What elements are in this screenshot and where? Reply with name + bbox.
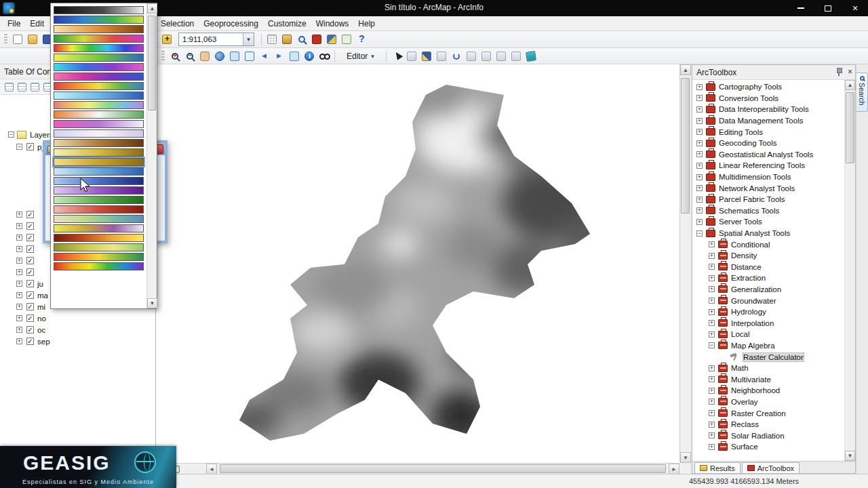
expander-icon[interactable] <box>709 309 715 315</box>
layer-checkbox[interactable] <box>26 303 34 310</box>
color-ramp-option[interactable] <box>54 262 144 270</box>
expander-icon[interactable] <box>16 211 22 218</box>
color-ramp-option[interactable] <box>54 139 144 147</box>
toolbox-icon[interactable]: Server Tools <box>692 216 844 228</box>
expander-icon[interactable] <box>696 140 703 146</box>
layer-checkbox[interactable] <box>26 245 34 253</box>
scale-dropdown-arrow-icon[interactable]: ▾ <box>243 33 254 45</box>
scroll-up-icon[interactable]: ▲ <box>147 3 157 14</box>
sketch-properties-icon[interactable] <box>479 49 494 64</box>
vertical-scroll-thumb[interactable] <box>148 16 156 110</box>
identify-icon[interactable] <box>302 49 317 64</box>
toolset-icon[interactable]: Multivariate <box>692 373 844 385</box>
layer-checkbox[interactable] <box>26 280 34 287</box>
find-icon[interactable] <box>317 49 332 64</box>
expander-icon[interactable] <box>16 315 22 321</box>
create-features-icon[interactable] <box>509 49 524 64</box>
table-options-icon[interactable] <box>264 32 279 47</box>
toolset-icon[interactable]: Math <box>692 363 844 374</box>
whats-this-icon[interactable] <box>354 32 369 47</box>
layer-checkbox[interactable] <box>26 211 34 218</box>
new-icon[interactable] <box>10 32 25 47</box>
layer-checkbox[interactable] <box>26 143 34 150</box>
python-window-icon[interactable] <box>324 32 339 47</box>
color-ramp-option[interactable] <box>54 234 144 242</box>
edit-vertices-icon[interactable] <box>404 49 419 64</box>
zoom-out-icon[interactable] <box>182 49 197 64</box>
layer-checkbox[interactable] <box>26 326 34 333</box>
toc-layer-item[interactable]: sep <box>16 336 155 347</box>
catalog-icon[interactable] <box>279 32 294 47</box>
toolset-icon[interactable]: Solar Radiation <box>692 430 844 441</box>
expander-icon[interactable] <box>709 399 715 405</box>
minimize-button[interactable] <box>792 2 810 14</box>
expander-icon[interactable] <box>696 106 703 113</box>
toolset-icon[interactable]: Generalization <box>692 284 844 296</box>
sketch-icon[interactable] <box>419 49 434 64</box>
forward-extent-icon[interactable] <box>272 49 287 64</box>
layer-checkbox[interactable] <box>26 268 34 276</box>
toolbox-icon[interactable]: ArcToolbox <box>742 462 800 473</box>
toolbox-icon[interactable]: Conversion Tools <box>692 93 844 104</box>
scroll-up-icon[interactable]: ▲ <box>680 64 691 75</box>
toolset-icon[interactable]: Map Algebra <box>692 340 844 352</box>
layer-checkbox[interactable] <box>26 314 34 322</box>
toolbox-icon[interactable]: Linear Referencing Tools <box>692 160 844 171</box>
add-data-icon[interactable] <box>159 32 174 47</box>
color-ramp-option[interactable] <box>54 110 144 119</box>
toolbox-icon[interactable]: Spatial Analyst Tools <box>692 228 844 239</box>
color-ramp-option[interactable] <box>54 44 144 52</box>
toolbox-icon[interactable]: Data Interoperability Tools <box>692 104 844 115</box>
list-visibility-icon[interactable] <box>28 81 41 94</box>
toolset-icon[interactable]: Local <box>692 329 844 340</box>
expander-icon[interactable] <box>709 388 715 394</box>
expander-icon[interactable] <box>696 95 703 101</box>
toolset-icon[interactable]: Groundwater <box>692 295 844 306</box>
expander-icon[interactable] <box>16 327 22 333</box>
back-extent-icon[interactable] <box>257 49 272 64</box>
scroll-left-icon[interactable]: ◄ <box>206 464 217 474</box>
toolset-icon[interactable]: Distance <box>692 262 844 273</box>
toolbox-icon[interactable]: Parcel Fabric Tools <box>692 194 844 205</box>
menu-item[interactable]: Geoprocessing <box>199 17 263 30</box>
toolset-icon[interactable]: Interpolation <box>692 317 844 329</box>
scroll-down-icon[interactable]: ▼ <box>680 452 691 463</box>
pin-icon[interactable] <box>835 67 842 77</box>
expander-icon[interactable] <box>696 84 703 90</box>
toolset-icon[interactable]: Neighborhood <box>692 385 844 396</box>
color-ramp-option[interactable] <box>54 82 144 90</box>
results-icon[interactable]: Results <box>694 462 741 473</box>
toolbar-grip[interactable] <box>4 34 7 45</box>
color-ramp-option[interactable] <box>54 215 144 223</box>
color-ramp-option[interactable] <box>54 148 144 157</box>
layer-checkbox[interactable] <box>26 291 34 299</box>
search-window-icon[interactable] <box>294 32 309 47</box>
search-dock-tab[interactable]: Search <box>856 73 868 112</box>
expander-icon[interactable] <box>709 253 715 259</box>
menu-item[interactable]: Windows <box>311 17 354 30</box>
scroll-down-icon[interactable]: ▼ <box>845 451 855 461</box>
toolbox-icon[interactable]: Editing Tools <box>692 126 844 138</box>
rotate-icon[interactable] <box>449 49 464 64</box>
color-ramp-option[interactable] <box>54 54 144 62</box>
expander-icon[interactable] <box>16 292 22 298</box>
toolset-icon[interactable]: Extraction <box>692 272 844 284</box>
expander-icon[interactable] <box>709 241 715 247</box>
dropdown-scrollbar[interactable]: ▲ ▼ <box>146 3 157 308</box>
expander-icon[interactable] <box>696 174 703 180</box>
expander-icon[interactable] <box>709 365 715 371</box>
expander-icon[interactable] <box>696 219 703 225</box>
color-ramp-option[interactable] <box>54 243 144 251</box>
color-ramp-option[interactable] <box>54 205 144 214</box>
expander-icon[interactable] <box>16 246 22 252</box>
toolbar-grip[interactable] <box>161 51 165 62</box>
toolset-icon[interactable]: Density <box>692 250 844 262</box>
expander-icon[interactable] <box>709 264 715 270</box>
expander-icon[interactable] <box>709 342 715 348</box>
color-ramp-option[interactable] <box>54 16 144 24</box>
toc-layer-item[interactable]: p_ <box>16 141 46 152</box>
scroll-down-icon[interactable]: ▼ <box>147 298 157 308</box>
vertical-scroll-thumb[interactable] <box>846 92 854 163</box>
arctoolbox-scrollbar[interactable]: ▲ ▼ <box>845 80 855 461</box>
toc-layer-item[interactable]: no <box>16 312 155 324</box>
